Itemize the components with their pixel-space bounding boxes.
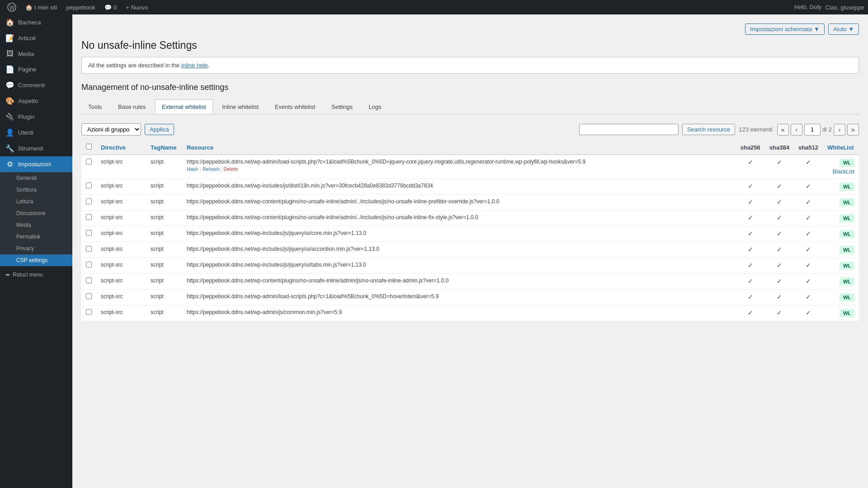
resource-cell: https://peppebook.ddns.net/wp-content/pl… bbox=[182, 211, 736, 226]
directive-cell: script-src bbox=[96, 226, 146, 242]
submenu-scrittura[interactable]: Scrittura bbox=[0, 184, 72, 196]
wl-badge[interactable]: WL bbox=[840, 246, 854, 254]
row-checkbox[interactable] bbox=[86, 293, 92, 299]
tab-settings[interactable]: Settings bbox=[325, 99, 359, 114]
posts-icon: 📝 bbox=[5, 34, 14, 42]
sidebar-item-comments[interactable]: 💬Commenti bbox=[0, 77, 72, 93]
rehash-link[interactable]: Rehash bbox=[203, 166, 220, 172]
sidebar-item-posts[interactable]: 📝Articoli bbox=[0, 30, 72, 46]
submenu-lettura[interactable]: Lettura bbox=[0, 196, 72, 207]
row-checkbox[interactable] bbox=[86, 309, 92, 315]
sidebar-item-settings[interactable]: ⚙Impostazioni Generali Scrittura Lettura… bbox=[0, 156, 72, 266]
row-checkbox[interactable] bbox=[86, 230, 92, 236]
blacklist-link[interactable]: BlackList bbox=[833, 169, 854, 175]
screen-options-button[interactable]: Impostazioni schermata ▼ bbox=[745, 23, 825, 35]
users-icon: 👤 bbox=[5, 128, 14, 137]
comments-icon: 💬 bbox=[104, 4, 112, 11]
wl-badge[interactable]: WL bbox=[840, 277, 854, 286]
tab-logs[interactable]: Logs bbox=[362, 99, 388, 114]
tagname-cell: script bbox=[146, 155, 182, 179]
tab-inline-whitelist[interactable]: Inline whitelist bbox=[215, 99, 265, 114]
my-sites-item[interactable]: 🏠 I miei siti bbox=[22, 4, 61, 11]
resource-cell: https://peppebook.ddns.net/wp-content/pl… bbox=[182, 195, 736, 211]
resource-cell: https://peppebook.ddns.net/wp-includes/j… bbox=[182, 242, 736, 258]
reduce-menu-button[interactable]: ⬅ Riduci menu bbox=[0, 266, 72, 283]
wl-badge[interactable]: WL bbox=[840, 293, 854, 301]
sidebar-item-users[interactable]: 👤Utenti bbox=[0, 125, 72, 141]
last-page-button[interactable]: » bbox=[847, 124, 859, 136]
site-name-item[interactable]: peppebook bbox=[63, 4, 99, 11]
sidebar-item-appearance[interactable]: 🎨Aspetto bbox=[0, 93, 72, 109]
row-checkbox[interactable] bbox=[86, 159, 92, 164]
sha256-column: sha256 bbox=[736, 140, 765, 155]
sha256-cell: ✓ bbox=[736, 305, 765, 321]
sidebar-item-pages[interactable]: 📄Pagine bbox=[0, 61, 72, 77]
whitelist-link[interactable]: WL bbox=[827, 159, 854, 167]
select-all-checkbox[interactable] bbox=[86, 144, 92, 150]
table-row: script-srcscripthttps://peppebook.ddns.n… bbox=[81, 274, 859, 290]
row-checkbox[interactable] bbox=[86, 262, 92, 267]
wl-action-cell: WL bbox=[823, 258, 859, 274]
submenu-media[interactable]: Media bbox=[0, 219, 72, 231]
directive-column[interactable]: Directive bbox=[96, 140, 146, 155]
wl-badge[interactable]: WL bbox=[840, 198, 854, 206]
first-page-button[interactable]: « bbox=[777, 124, 789, 136]
sidebar-item-tools[interactable]: 🔧Strumenti bbox=[0, 141, 72, 156]
sha512-cell: ✓ bbox=[794, 242, 823, 258]
submenu-generali[interactable]: Generali bbox=[0, 172, 72, 184]
wp-logo-item[interactable]: W bbox=[4, 3, 20, 12]
new-item[interactable]: + Nuovo bbox=[122, 4, 151, 11]
resource-column[interactable]: Resource bbox=[182, 140, 736, 155]
search-resource-button[interactable]: Search resource bbox=[682, 124, 735, 135]
bulk-action-select[interactable]: Azioni di gruppo bbox=[81, 123, 141, 136]
new-icon: + bbox=[126, 4, 129, 11]
sha384-cell: ✓ bbox=[765, 274, 794, 290]
row-checkbox[interactable] bbox=[86, 214, 92, 220]
wl-badge[interactable]: WL bbox=[840, 262, 854, 270]
inline-help-link[interactable]: inline help bbox=[181, 62, 208, 69]
row-checkbox[interactable] bbox=[86, 183, 92, 188]
search-input[interactable] bbox=[579, 124, 679, 135]
sidebar-item-media[interactable]: 🖼Media bbox=[0, 46, 72, 61]
select-all-column bbox=[81, 140, 96, 155]
directive-cell: script-src bbox=[96, 305, 146, 321]
sha512-check: ✓ bbox=[798, 277, 818, 285]
tab-external-whitelist[interactable]: External whitelist bbox=[155, 99, 213, 114]
row-checkbox[interactable] bbox=[86, 277, 92, 283]
wl-badge[interactable]: WL bbox=[840, 214, 854, 222]
row-checkbox[interactable] bbox=[86, 198, 92, 204]
my-sites-label: I miei siti bbox=[34, 4, 57, 11]
next-page-button[interactable]: › bbox=[834, 124, 845, 136]
tab-events-whitelist[interactable]: Events whitelist bbox=[268, 99, 322, 114]
submenu-privacy[interactable]: Privacy bbox=[0, 243, 72, 254]
wl-badge[interactable]: WL bbox=[840, 230, 854, 238]
sha256-cell: ✓ bbox=[736, 242, 765, 258]
sidebar-item-dashboard[interactable]: 🏠Bacheca bbox=[0, 14, 72, 30]
sha512-cell: ✓ bbox=[794, 258, 823, 274]
delete-link[interactable]: Delete bbox=[224, 166, 238, 172]
submenu-csp[interactable]: CSP settings bbox=[0, 254, 72, 266]
help-button[interactable]: Aiuto ▼ bbox=[828, 23, 859, 35]
wl-badge[interactable]: WL bbox=[840, 183, 854, 191]
sidebar-item-plugins[interactable]: 🔌Plugin bbox=[0, 109, 72, 125]
whitelist-column[interactable]: WhiteList bbox=[823, 140, 859, 155]
current-page-input[interactable] bbox=[804, 124, 821, 136]
tagname-column[interactable]: TagName bbox=[146, 140, 182, 155]
submenu-discussione[interactable]: Discussione bbox=[0, 207, 72, 219]
apply-button[interactable]: Applica bbox=[145, 124, 174, 135]
resource-cell: https://peppebook.ddns.net/wp-includes/j… bbox=[182, 179, 736, 195]
sha384-check: ✓ bbox=[769, 246, 789, 253]
tab-base-rules[interactable]: Base rules bbox=[111, 99, 152, 114]
wl-action-cell: WL bbox=[823, 274, 859, 290]
tab-tools[interactable]: Tools bbox=[81, 99, 108, 114]
wl-badge[interactable]: WL bbox=[840, 309, 854, 317]
table-row: script-srcscripthttps://peppebook.ddns.n… bbox=[81, 290, 859, 305]
hash-link[interactable]: Hash bbox=[187, 166, 198, 172]
sha384-cell: ✓ bbox=[765, 155, 794, 179]
submenu-permalink[interactable]: Permalink bbox=[0, 231, 72, 243]
prev-page-button[interactable]: ‹ bbox=[791, 124, 802, 136]
sha512-check: ✓ bbox=[798, 262, 818, 269]
comments-item[interactable]: 💬 0 bbox=[101, 4, 120, 11]
sha256-check: ✓ bbox=[741, 183, 760, 190]
row-checkbox[interactable] bbox=[86, 246, 92, 252]
